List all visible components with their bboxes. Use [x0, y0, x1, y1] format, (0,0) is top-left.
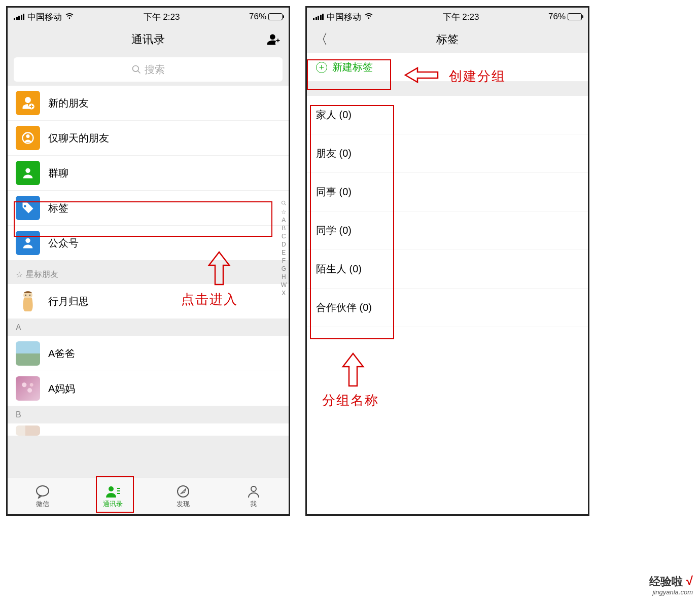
- menu-chat-only-friends[interactable]: 仅聊天的朋友: [8, 121, 289, 156]
- index-letter[interactable]: A: [282, 217, 286, 224]
- svg-point-9: [29, 295, 30, 296]
- index-letter[interactable]: W: [281, 281, 287, 289]
- search-icon: [281, 200, 287, 207]
- contact-row[interactable]: [8, 423, 289, 436]
- nav-bar: 〈 标签: [307, 26, 588, 53]
- battery-icon: [568, 13, 582, 20]
- tags-icon: [16, 196, 40, 220]
- tag-row[interactable]: 家人 (0): [307, 96, 588, 134]
- menu-group-chat[interactable]: 群聊: [8, 156, 289, 191]
- tag-row[interactable]: 合作伙伴 (0): [307, 289, 588, 327]
- tab-label: 我: [250, 500, 257, 509]
- signal-icon: [14, 14, 24, 20]
- section-a: A: [8, 319, 289, 336]
- plus-icon: +: [316, 62, 327, 73]
- wifi-icon: [65, 12, 74, 22]
- battery-icon: [268, 13, 283, 20]
- contact-row[interactable]: 行月归思: [8, 284, 289, 319]
- index-letter[interactable]: E: [282, 249, 286, 256]
- carrier-label: 中国移动: [327, 11, 361, 23]
- status-bar: 中国移动 下午 2:23 76%: [307, 8, 588, 26]
- status-bar: 中国移动 下午 2:23 76%: [8, 8, 289, 26]
- tab-label: 通讯录: [103, 500, 123, 509]
- battery-pct: 76%: [548, 12, 566, 22]
- search-input[interactable]: 搜索: [14, 57, 283, 82]
- svg-point-6: [25, 238, 30, 243]
- battery-pct: 76%: [249, 12, 266, 22]
- index-bar[interactable]: ☆ A B C D E F G H W X: [281, 200, 287, 297]
- svg-point-0: [133, 66, 139, 72]
- svg-point-10: [282, 201, 285, 204]
- chat-only-icon: [16, 126, 40, 150]
- tab-bar: 微信 通讯录 发现 我: [8, 478, 289, 514]
- carrier-label: 中国移动: [27, 11, 62, 23]
- group-chat-icon: [16, 161, 40, 185]
- tab-discover[interactable]: 发现: [148, 478, 219, 514]
- search-icon: [131, 64, 142, 75]
- svg-point-12: [37, 486, 49, 496]
- section-b: B: [8, 406, 289, 423]
- menu-official-accounts[interactable]: 公众号: [8, 226, 289, 260]
- wifi-icon: [364, 12, 373, 22]
- tag-name: 家人 (0): [316, 109, 352, 120]
- index-letter[interactable]: D: [282, 241, 286, 248]
- menu-label: 新的朋友: [48, 96, 89, 110]
- contact-name: A妈妈: [48, 382, 75, 396]
- time-label: 下午 2:23: [144, 11, 180, 23]
- tag-row[interactable]: 朋友 (0): [307, 134, 588, 173]
- discover-icon: [175, 484, 191, 499]
- tag-row[interactable]: 同事 (0): [307, 173, 588, 211]
- svg-point-8: [25, 295, 26, 296]
- tab-me[interactable]: 我: [219, 478, 289, 514]
- contact-row[interactable]: A妈妈: [8, 371, 289, 406]
- index-letter[interactable]: B: [282, 225, 286, 232]
- section-starred: ☆ 星标朋友: [8, 265, 289, 284]
- contacts-icon: [105, 484, 121, 499]
- phone-contacts: 中国移动 下午 2:23 76% 通讯录 搜索 新的朋友 仅聊天的朋友: [6, 6, 290, 516]
- tag-name: 合作伙伴 (0): [316, 302, 372, 313]
- tab-label: 发现: [177, 500, 190, 509]
- me-icon: [246, 484, 262, 499]
- svg-point-4: [26, 134, 30, 138]
- menu-new-friends[interactable]: 新的朋友: [8, 86, 289, 121]
- check-icon: √: [683, 574, 693, 588]
- watermark-brand: 经验啦: [649, 575, 683, 588]
- new-tag-button[interactable]: + 新建标签: [307, 53, 588, 82]
- new-tag-label: 新建标签: [332, 60, 373, 74]
- signal-icon: [313, 14, 324, 20]
- add-contact-button[interactable]: [266, 33, 282, 46]
- tag-name: 陌生人 (0): [316, 263, 362, 274]
- page-title: 标签: [436, 32, 459, 47]
- avatar: [16, 376, 40, 401]
- tag-name: 朋友 (0): [316, 148, 352, 159]
- index-letter[interactable]: C: [282, 233, 286, 240]
- svg-line-11: [285, 204, 286, 205]
- svg-line-1: [138, 71, 141, 74]
- index-letter[interactable]: H: [282, 273, 286, 280]
- tag-row[interactable]: 陌生人 (0): [307, 250, 588, 289]
- index-letter[interactable]: F: [282, 257, 286, 264]
- time-label: 下午 2:23: [443, 11, 479, 23]
- index-letter[interactable]: ☆: [281, 208, 287, 216]
- page-title: 通讯录: [131, 32, 165, 47]
- star-icon: ☆: [16, 270, 23, 279]
- contact-name: A爸爸: [48, 347, 75, 361]
- contact-row[interactable]: A爸爸: [8, 336, 289, 371]
- menu-label: 标签: [48, 201, 68, 215]
- menu-label: 公众号: [48, 236, 79, 250]
- tag-name: 同事 (0): [316, 186, 352, 197]
- tag-name: 同学 (0): [316, 225, 352, 236]
- menu-tags[interactable]: 标签: [8, 191, 289, 226]
- back-button[interactable]: 〈: [314, 30, 328, 49]
- menu-label: 群聊: [48, 166, 68, 180]
- tab-label: 微信: [36, 500, 49, 509]
- tab-wechat[interactable]: 微信: [8, 478, 78, 514]
- new-friends-icon: [16, 91, 40, 115]
- tab-contacts[interactable]: 通讯录: [78, 478, 149, 514]
- watermark: 经验啦 √ jingyanla.com: [649, 574, 693, 596]
- index-letter[interactable]: G: [282, 265, 286, 272]
- tag-row[interactable]: 同学 (0): [307, 211, 588, 250]
- index-letter[interactable]: X: [282, 290, 286, 297]
- watermark-url: jingyanla.com: [649, 588, 693, 596]
- contact-name: 行月归思: [48, 295, 89, 308]
